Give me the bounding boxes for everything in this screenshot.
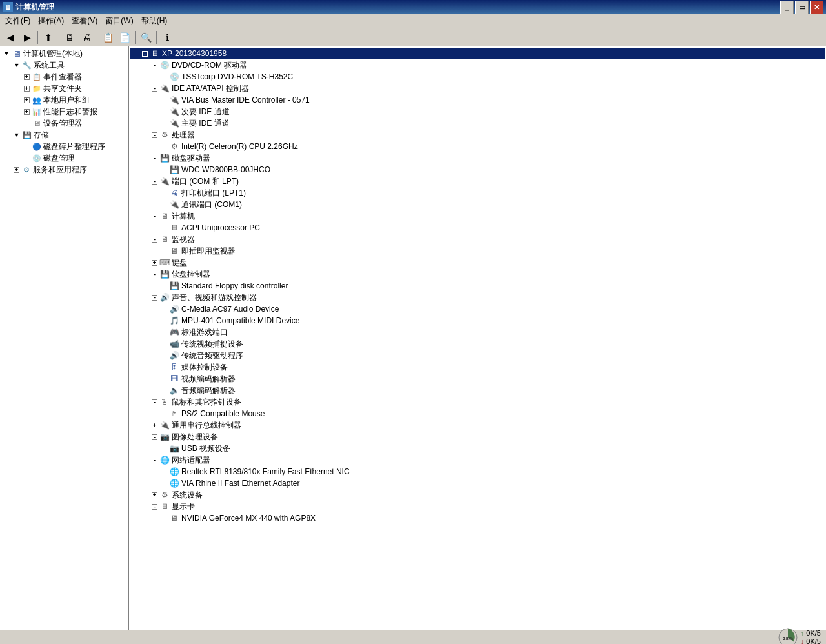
right-tree-monitor1[interactable]: 🖥 即插即用监视器 <box>130 245 825 257</box>
toolbar: ◀ ▶ ⬆ 🖥 🖨 📋 📄 🔍 ℹ <box>0 28 826 46</box>
copy-button[interactable]: 📋 <box>100 30 116 45</box>
menu-window[interactable]: 窗口(W) <box>101 14 137 28</box>
search-button[interactable]: 🔍 <box>138 30 154 45</box>
help-button[interactable]: ℹ <box>159 30 175 45</box>
forward-button[interactable]: ▶ <box>19 30 35 45</box>
right-tree-gpu1[interactable]: 🖥 NVIDIA GeForce4 MX 440 with AGP8X <box>130 512 825 524</box>
label-system: 系统设备 <box>172 490 203 501</box>
right-tree-system[interactable]: + ⚙ 系统设备 <box>130 489 825 501</box>
right-tree-sound7[interactable]: 🎞 视频编码解析器 <box>130 373 825 385</box>
right-tree-monitor[interactable]: - 🖥 监视器 <box>130 234 825 245</box>
right-tree-image1[interactable]: 📷 USB 视频设备 <box>130 443 825 454</box>
toggle-sound[interactable]: - <box>152 295 157 301</box>
computer-button[interactable]: 🖥 <box>62 30 77 45</box>
left-tree-diskmgmt[interactable]: 💿 磁盘管理 <box>1 152 126 164</box>
left-tree-eventviewer[interactable]: + 📋 事件查看器 <box>1 71 126 83</box>
minimize-button[interactable]: _ <box>780 1 794 14</box>
back-button[interactable]: ◀ <box>3 30 18 45</box>
right-tree-net2[interactable]: 🌐 VIA Rhine II Fast Ethernet Adapter <box>130 478 825 489</box>
close-button[interactable]: ✕ <box>810 1 823 14</box>
left-tree-storage[interactable]: ▼ 💾 存储 <box>1 129 126 141</box>
toggle-pc[interactable]: - <box>152 214 157 219</box>
right-tree-usb[interactable]: + 🔌 通用串行总线控制器 <box>130 419 825 431</box>
right-tree-sound6[interactable]: 🎛 媒体控制设备 <box>130 361 825 373</box>
left-tree-services[interactable]: + ⚙ 服务和应用程序 <box>1 164 126 176</box>
menu-file[interactable]: 文件(F) <box>1 14 34 28</box>
toggle-root[interactable]: ▼ <box>1 48 12 59</box>
toggle-usb[interactable]: + <box>152 423 157 428</box>
toggle-gpu[interactable]: - <box>152 504 157 510</box>
right-tree-sound[interactable]: - 🔊 声音、视频和游戏控制器 <box>130 292 825 303</box>
label-sound3: 标准游戏端口 <box>181 327 228 338</box>
left-tree-diskdefrag[interactable]: 🔵 磁盘碎片整理程序 <box>1 141 126 152</box>
right-tree-sound3[interactable]: 🎮 标准游戏端口 <box>130 327 825 338</box>
right-tree-dvd-item[interactable]: 💿 TSSTcorp DVD-ROM TS-H352C <box>130 71 825 83</box>
right-tree-ide[interactable]: - 🔌 IDE ATA/ATAPI 控制器 <box>130 83 825 94</box>
right-tree-dvd[interactable]: - 💿 DVD/CD-ROM 驱动器 <box>130 59 825 71</box>
toggle-sharedfolder[interactable]: + <box>24 86 30 92</box>
right-tree-hdd[interactable]: - 💾 磁盘驱动器 <box>130 152 825 164</box>
right-tree-root[interactable]: - 🖥 XP-201304301958 <box>130 48 825 59</box>
right-tree-pc[interactable]: - 🖥 计算机 <box>130 210 825 222</box>
label-services: 服务和应用程序 <box>33 165 87 176</box>
up-button[interactable]: ⬆ <box>41 30 56 45</box>
left-tree-perflog[interactable]: + 📊 性能日志和警报 <box>1 106 126 117</box>
toggle-perflog[interactable]: + <box>24 109 30 115</box>
toggle-image[interactable]: - <box>152 434 157 440</box>
left-tree-root[interactable]: ▼ 🖥 计算机管理(本地) <box>1 48 126 59</box>
menu-view[interactable]: 查看(V) <box>68 14 101 28</box>
right-tree-port2[interactable]: 🔌 通讯端口 (COM1) <box>130 199 825 210</box>
icon-port2: 🔌 <box>169 199 179 210</box>
right-tree-floppy[interactable]: - 💾 软盘控制器 <box>130 268 825 280</box>
toggle-right-root[interactable]: - <box>142 51 148 57</box>
right-tree-cpu[interactable]: - ⚙ 处理器 <box>130 129 825 141</box>
right-tree-mouse1[interactable]: 🖱 PS/2 Compatible Mouse <box>130 408 825 419</box>
toggle-cpu[interactable]: - <box>152 132 157 138</box>
toggle-dvd[interactable]: - <box>152 63 157 68</box>
toggle-network[interactable]: - <box>152 458 157 463</box>
toggle-localusers[interactable]: + <box>24 97 30 103</box>
menu-help[interactable]: 帮助(H) <box>137 14 172 28</box>
right-tree-sound8[interactable]: 🔈 音频编码解析器 <box>130 385 825 396</box>
right-tree-network[interactable]: - 🌐 网络适配器 <box>130 454 825 466</box>
right-tree-pc1[interactable]: 🖥 ACPI Uniprocessor PC <box>130 222 825 234</box>
right-tree-keyboard[interactable]: + ⌨ 键盘 <box>130 257 825 268</box>
paste-button[interactable]: 📄 <box>117 30 132 45</box>
right-tree-sound1[interactable]: 🔊 C-Media AC97 Audio Device <box>130 303 825 315</box>
toggle-eventviewer[interactable]: + <box>24 74 30 80</box>
right-tree-ide1[interactable]: 🔌 VIA Bus Master IDE Controller - 0571 <box>130 94 825 106</box>
toggle-hdd[interactable]: - <box>152 156 157 161</box>
maximize-button[interactable]: ▭ <box>795 1 809 14</box>
toggle-monitor[interactable]: - <box>152 237 157 243</box>
menu-action[interactable]: 操作(A) <box>34 14 68 28</box>
right-tree-net1[interactable]: 🌐 Realtek RTL8139/810x Family Fast Ether… <box>130 466 825 478</box>
right-tree-ide2[interactable]: 🔌 次要 IDE 通道 <box>130 106 825 117</box>
toggle-port[interactable]: - <box>152 179 157 185</box>
toggle-services[interactable]: + <box>14 167 19 173</box>
label-network: 网络适配器 <box>172 455 210 466</box>
right-tree-gpu[interactable]: - 🖥 显示卡 <box>130 501 825 512</box>
right-tree-sound2[interactable]: 🎵 MPU-401 Compatible MIDI Device <box>130 315 825 327</box>
left-tree-sharedfolder[interactable]: + 📁 共享文件夹 <box>1 83 126 94</box>
right-tree-sound5[interactable]: 🔊 传统音频驱动程序 <box>130 350 825 361</box>
left-tree-localusers[interactable]: + 👥 本地用户和组 <box>1 94 126 106</box>
toggle-ide[interactable]: - <box>152 86 157 92</box>
right-tree-floppy1[interactable]: 💾 Standard Floppy disk controller <box>130 280 825 292</box>
left-tree-devmgr[interactable]: 🖥 设备管理器 <box>1 117 126 129</box>
right-tree-sound4[interactable]: 📹 传统视频捕捉设备 <box>130 338 825 350</box>
toggle-systools[interactable]: ▼ <box>12 60 22 70</box>
toggle-system[interactable]: + <box>152 492 157 498</box>
toggle-keyboard[interactable]: + <box>152 260 157 266</box>
toggle-storage[interactable]: ▼ <box>12 130 22 140</box>
right-tree-image[interactable]: - 📷 图像处理设备 <box>130 431 825 443</box>
toggle-floppy[interactable]: - <box>152 272 157 277</box>
right-tree-port1[interactable]: 🖨 打印机端口 (LPT1) <box>130 187 825 199</box>
right-tree-port[interactable]: - 🔌 端口 (COM 和 LPT) <box>130 176 825 187</box>
left-tree-systools[interactable]: ▼ 🔧 系统工具 <box>1 59 126 71</box>
right-tree-hdd1[interactable]: 💾 WDC WD800BB-00JHCO <box>130 164 825 176</box>
toggle-mouse[interactable]: - <box>152 399 157 405</box>
right-tree-cpu1[interactable]: ⚙ Intel(R) Celeron(R) CPU 2.26GHz <box>130 141 825 152</box>
print-button[interactable]: 🖨 <box>79 30 94 45</box>
right-tree-mouse[interactable]: - 🖱 鼠标和其它指针设备 <box>130 396 825 408</box>
right-tree-ide3[interactable]: 🔌 主要 IDE 通道 <box>130 117 825 129</box>
